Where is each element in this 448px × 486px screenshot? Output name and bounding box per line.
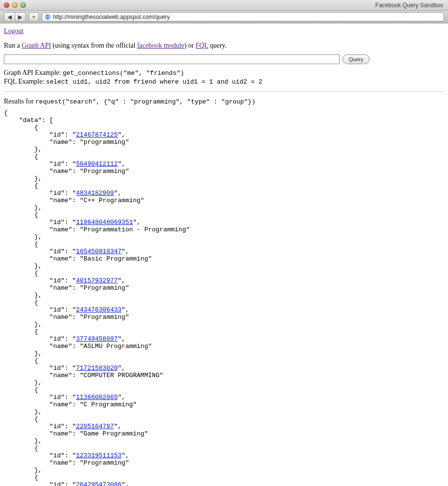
result-id-link[interactable]: 40157932977 — [76, 277, 118, 284]
url-bar[interactable]: http://miningthesocialweb.appspot.com/qu… — [42, 12, 444, 21]
add-button[interactable]: + — [29, 12, 39, 21]
page-body: Logout Run a Graph API (using syntax fro… — [0, 23, 448, 486]
query-button[interactable]: Query — [342, 54, 370, 64]
window-titlebar: Facebook Query Sandbox — [0, 0, 448, 11]
nav-group: ◀ ▶ — [4, 12, 26, 21]
result-id-link[interactable]: 4834182909 — [76, 190, 114, 197]
results-query-code: request("search", {"q" : "programming", … — [36, 98, 255, 105]
graph-api-example: Graph API Example: get_connections("me",… — [4, 69, 444, 77]
intro-mid1: (using syntax from the official — [51, 42, 137, 49]
facebook-module-link[interactable]: facebook module — [137, 42, 184, 49]
result-id-link[interactable]: 71721583020 — [76, 364, 118, 372]
fql-example: FQL Example: select uid1, uid2 from frie… — [4, 78, 444, 86]
intro-suffix: query. — [208, 42, 227, 49]
result-id-link[interactable]: 243476306433 — [76, 306, 122, 313]
minimize-window-button[interactable] — [12, 2, 18, 8]
traffic-lights — [0, 2, 26, 8]
intro-mid2: ) or — [184, 42, 196, 49]
results-json: { "data": [ { "id": "21467874125", "name… — [4, 109, 444, 486]
result-id-link[interactable]: 165450910347 — [76, 248, 122, 255]
result-id-link[interactable]: 264295473086 — [76, 481, 122, 486]
forward-button[interactable]: ▶ — [15, 12, 26, 21]
query-input[interactable] — [4, 54, 340, 64]
window-title: Facebook Query Sandbox — [376, 2, 443, 9]
favicon-icon — [44, 14, 51, 20]
logout-link[interactable]: Logout — [4, 27, 23, 35]
graph-api-link[interactable]: Graph API — [22, 42, 51, 49]
browser-toolbar: ◀ ▶ + http://miningthesocialweb.appspot.… — [0, 11, 448, 23]
fql-link[interactable]: FQL — [196, 42, 208, 49]
results-label: Results for — [4, 98, 36, 105]
result-id-link[interactable]: 37749458097 — [76, 335, 118, 343]
url-text: http://miningthesocialweb.appspot.com/qu… — [53, 14, 170, 20]
result-id-link[interactable]: 11366002065 — [76, 394, 118, 401]
result-id-link[interactable]: 21467874125 — [76, 131, 118, 139]
graph-api-example-label: Graph API Example: — [4, 69, 63, 76]
result-id-link[interactable]: 119648048069351 — [76, 219, 133, 226]
back-button[interactable]: ◀ — [4, 12, 15, 21]
close-window-button[interactable] — [4, 2, 9, 8]
zoom-window-button[interactable] — [20, 2, 26, 8]
results-header: Results for request("search", {"q" : "pr… — [4, 98, 444, 105]
result-id-link[interactable]: 123319511153 — [76, 452, 122, 459]
intro-prefix: Run a — [4, 42, 22, 49]
query-row: Query — [4, 54, 444, 64]
fql-example-code: select uid1, uid2 from friend where uid1… — [46, 78, 263, 86]
fql-example-label: FQL Example: — [4, 78, 46, 85]
intro-text: Run a Graph API (using syntax from the o… — [4, 42, 444, 50]
result-id-link[interactable]: 2205164797 — [76, 423, 114, 430]
graph-api-example-code: get_connections("me", "friends") — [63, 69, 184, 77]
result-id-link[interactable]: 50490412112 — [76, 160, 118, 168]
separator — [4, 91, 444, 92]
